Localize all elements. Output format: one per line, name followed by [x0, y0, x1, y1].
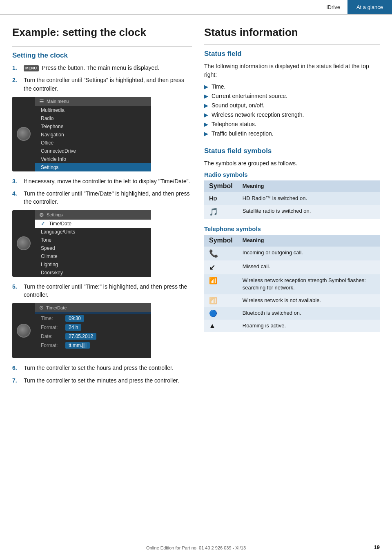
timedate-title: Time/Date [46, 305, 67, 310]
tel-symbol-unavailable: 📶 [204, 294, 238, 307]
settings-item-lighting: Lighting [35, 260, 151, 269]
menu-item-telephone: Telephone [35, 122, 151, 131]
step-7-number: 7. [12, 376, 22, 385]
tel-meaning-incoming: Incoming or outgoing call. [238, 247, 380, 260]
status-item-entertainment-text: Current entertainment source. [212, 92, 287, 100]
setting-clock-heading: Setting the clock [12, 51, 192, 60]
step-5-text: Turn the controller until "Time:" is hig… [24, 282, 192, 299]
step-5: 5. Turn the controller until "Time:" is … [12, 282, 192, 299]
radio-row-satellite: 🎵 Satellite radio is switched on. [204, 205, 380, 219]
controller-knob-1 [17, 127, 31, 141]
step-7: 7. Turn the controller to set the minute… [12, 376, 192, 385]
bullet-arrow-6: ▶ [204, 130, 208, 138]
check-icon: ✓ [41, 221, 45, 227]
main-menu-icon: ☰ [39, 98, 44, 105]
format1-label: Format: [41, 325, 65, 330]
time-value: 09:30 [65, 315, 84, 322]
step-1-number: 1. [12, 64, 22, 72]
tel-symbol-missed: ↙ [204, 260, 238, 274]
step-3-text: If necessary, move the controller to the… [24, 177, 190, 185]
tel-col-symbol: Symbol [204, 235, 238, 247]
radio-col-symbol: Symbol [204, 180, 238, 192]
radio-symbols-heading: Radio symbols [204, 171, 380, 178]
status-field-heading: Status field [204, 50, 380, 58]
tel-meaning-bluetooth: Bluetooth is switched on. [238, 307, 380, 320]
settings-item-tone: Tone [35, 236, 151, 244]
format1-value: 24 h [65, 324, 81, 331]
settings-item-climate: Climate [35, 252, 151, 260]
tel-row-wireless: 📶 Wireless network reception strength Sy… [204, 274, 380, 295]
date-value: 27.05.2012 [65, 333, 96, 340]
settings-item-doorskey: Doors/key [35, 269, 151, 277]
header-ataglance-tab[interactable]: At a glance [347, 0, 392, 14]
bullet-arrow-2: ▶ [204, 92, 208, 100]
header-idrive-tab[interactable]: iDrive [319, 0, 347, 14]
telephone-symbols-heading: Telephone symbols [204, 225, 380, 232]
status-item-telephone: ▶ Telephone status. [204, 120, 380, 129]
settings-item-timedate: ✓ Time/Date [35, 220, 151, 228]
main-menu-title: Main menu [47, 99, 69, 104]
tel-meaning-roaming: Roaming is active. [238, 320, 380, 332]
page-header: iDrive At a glance [0, 0, 392, 15]
step-3-number: 3. [12, 177, 22, 185]
radio-meaning-hd: HD Radio™ is switched on. [238, 192, 380, 205]
main-content: Example: setting the clock Setting the c… [0, 15, 392, 397]
footer: Online Edition for Part no. 01 40 2 926 … [0, 545, 392, 550]
radio-symbols-table: Symbol Meaning HD HD Radio™ is switched … [204, 180, 380, 219]
tel-row-bluetooth: 🔵 Bluetooth is switched on. [204, 307, 380, 320]
radio-col-meaning: Meaning [238, 180, 380, 192]
status-item-telephone-text: Telephone status. [212, 120, 256, 129]
status-field-symbols-heading: Status field symbols [204, 147, 380, 155]
menu-item-connecteddrive: ConnectedDrive [35, 147, 151, 155]
settings-item-language: Language/Units [35, 228, 151, 236]
title-divider [12, 46, 192, 47]
step-2-number: 2. [12, 76, 22, 93]
bullet-arrow-5: ▶ [204, 120, 208, 129]
main-menu-title-bar: ☰ Main menu [35, 97, 151, 106]
step-2: 2. Turn the controller until "Settings" … [12, 76, 192, 93]
tel-symbol-bluetooth: 🔵 [204, 307, 238, 320]
left-column: Example: setting the clock Setting the c… [12, 26, 192, 389]
bullet-arrow-4: ▶ [204, 111, 208, 119]
status-item-entertainment: ▶ Current entertainment source. [204, 92, 380, 100]
main-menu-screen: ☰ Main menu Multimedia Radio Telephone N… [12, 97, 151, 171]
status-item-traffic: ▶ Traffic bulletin reception. [204, 129, 380, 138]
main-menu-display: ☰ Main menu Multimedia Radio Telephone N… [35, 97, 151, 171]
status-item-traffic-text: Traffic bulletin reception. [212, 129, 274, 138]
settings-title: Settings [47, 212, 63, 217]
timedate-row-format2: Format: tt.mm.jjjj [35, 341, 151, 350]
step-4-number: 4. [12, 189, 22, 206]
radio-symbol-hd: HD [204, 192, 238, 205]
status-field-body: The following information is displayed i… [204, 62, 380, 79]
settings-title-bar: ⚙ Settings [35, 210, 151, 220]
settings-icon: ⚙ [39, 212, 44, 218]
menu-item-radio: Radio [35, 114, 151, 122]
timedate-title-bar: ⊙ Time/Date [35, 303, 151, 312]
menu-button-icon: MENU [24, 65, 39, 71]
time-label: Time: [41, 316, 65, 321]
tel-meaning-wireless: Wireless network reception strength Symb… [238, 274, 380, 295]
settings-item-speed: Speed [35, 244, 151, 252]
telephone-symbols-table: Symbol Meaning 📞 Incoming or outgoing ca… [204, 235, 380, 332]
step-3: 3. If necessary, move the controller to … [12, 177, 192, 185]
timedate-display: ⊙ Time/Date Time: 09:30 Format: 24 h Dat… [35, 303, 151, 358]
timedate-row-format1: Format: 24 h [35, 323, 151, 332]
settings-screen: ⚙ Settings ✓ Time/Date Language/Units To… [12, 210, 151, 277]
format2-label: Format: [41, 342, 65, 348]
step-6-number: 6. [12, 364, 22, 372]
settings-display: ⚙ Settings ✓ Time/Date Language/Units To… [35, 210, 151, 277]
menu-item-office: Office [35, 139, 151, 147]
footer-text: Online Edition for Part no. 01 40 2 926 … [146, 545, 246, 550]
tel-symbol-wireless: 📶 [204, 274, 238, 295]
step-6: 6. Turn the controller to set the hours … [12, 364, 192, 372]
menu-item-navigation: Navigation [35, 131, 151, 139]
tel-row-missed: ↙ Missed call. [204, 260, 380, 274]
timedate-row-time: Time: 09:30 [35, 314, 151, 323]
bullet-arrow-1: ▶ [204, 83, 208, 91]
step-6-text: Turn the controller to set the hours and… [24, 364, 174, 372]
menu-item-settings: Settings [35, 163, 151, 171]
status-information-title: Status information [204, 26, 380, 39]
tel-symbol-roaming: ▲ [204, 320, 238, 332]
step-7-text: Turn the controller to set the minutes a… [24, 376, 179, 385]
timedate-row-date: Date: 27.05.2012 [35, 332, 151, 341]
